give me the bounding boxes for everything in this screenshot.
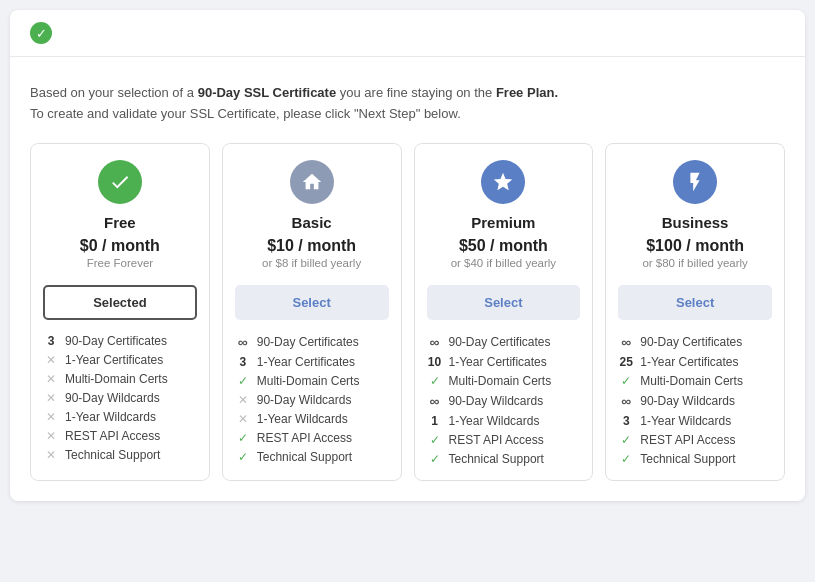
list-item: ✓Technical Support: [235, 450, 389, 464]
plan-name-premium: Premium: [471, 214, 535, 231]
feat-label: 1-Year Certificates: [449, 355, 547, 369]
list-item: ∞90-Day Certificates: [235, 334, 389, 350]
feat-label: 1-Year Certificates: [640, 355, 738, 369]
list-item: ✓Multi-Domain Certs: [235, 374, 389, 388]
list-item: ✕90-Day Wildcards: [43, 391, 197, 405]
plan-billing-basic: or $8 if billed yearly: [262, 257, 361, 273]
feat-icon-business-3: ∞: [618, 393, 634, 409]
feat-icon-business-4: 3: [618, 414, 634, 428]
feat-label: REST API Access: [65, 429, 160, 443]
feat-label: REST API Access: [640, 433, 735, 447]
feat-label: 1-Year Wildcards: [640, 414, 731, 428]
feat-label: Multi-Domain Certs: [449, 374, 552, 388]
list-item: ✕1-Year Certificates: [43, 353, 197, 367]
feat-label: 1-Year Certificates: [257, 355, 355, 369]
plan-features-basic: ∞90-Day Certificates31-Year Certificates…: [235, 334, 389, 464]
plan-button-business[interactable]: Select: [618, 285, 772, 320]
feat-label: 90-Day Wildcards: [640, 394, 735, 408]
plan-features-premium: ∞90-Day Certificates101-Year Certificate…: [427, 334, 581, 466]
feat-label: REST API Access: [257, 431, 352, 445]
list-item: ✓REST API Access: [427, 433, 581, 447]
feat-icon-free-5: ✕: [43, 429, 59, 443]
plan-card-premium: Premium$50 / monthor $40 if billed yearl…: [414, 143, 594, 481]
plan-button-free[interactable]: Selected: [43, 285, 197, 320]
plan-features-free: 390-Day Certificates✕1-Year Certificates…: [43, 334, 197, 462]
plan-name-business: Business: [662, 214, 729, 231]
feat-label: 90-Day Certificates: [65, 334, 167, 348]
finalize-section: Based on your selection of a 90-Day SSL …: [10, 57, 805, 125]
list-item: ✓Multi-Domain Certs: [427, 374, 581, 388]
feat-label: Multi-Domain Certs: [640, 374, 743, 388]
plan-card-business: Business$100 / monthor $80 if billed yea…: [605, 143, 785, 481]
feat-label: Technical Support: [65, 448, 160, 462]
plan-price-basic: $10 / month: [267, 237, 356, 255]
list-item: ✓Technical Support: [427, 452, 581, 466]
plan-button-basic[interactable]: Select: [235, 285, 389, 320]
plan-icon-business: [673, 160, 717, 204]
feat-label: 1-Year Wildcards: [257, 412, 348, 426]
list-item: 11-Year Wildcards: [427, 414, 581, 428]
list-item: ∞90-Day Certificates: [618, 334, 772, 350]
feat-icon-free-0: 3: [43, 334, 59, 348]
feat-icon-premium-6: ✓: [427, 452, 443, 466]
list-item: ∞90-Day Wildcards: [427, 393, 581, 409]
feat-label: REST API Access: [449, 433, 544, 447]
feat-icon-basic-3: ✕: [235, 393, 251, 407]
feat-icon-business-0: ∞: [618, 334, 634, 350]
feat-icon-basic-1: 3: [235, 355, 251, 369]
feat-icon-business-5: ✓: [618, 433, 634, 447]
list-item: ✕REST API Access: [43, 429, 197, 443]
list-item: ✕90-Day Wildcards: [235, 393, 389, 407]
feat-icon-business-2: ✓: [618, 374, 634, 388]
feat-icon-free-3: ✕: [43, 391, 59, 405]
plan-features-business: ∞90-Day Certificates251-Year Certificate…: [618, 334, 772, 466]
feat-label: 90-Day Certificates: [449, 335, 551, 349]
plan-billing-free: Free Forever: [87, 257, 153, 273]
feat-icon-premium-3: ∞: [427, 393, 443, 409]
list-item: ✓Technical Support: [618, 452, 772, 466]
list-item: 101-Year Certificates: [427, 355, 581, 369]
list-item: 31-Year Wildcards: [618, 414, 772, 428]
feat-icon-free-4: ✕: [43, 410, 59, 424]
list-item: ✓REST API Access: [618, 433, 772, 447]
feat-label: 90-Day Wildcards: [65, 391, 160, 405]
feat-icon-basic-2: ✓: [235, 374, 251, 388]
plan-billing-premium: or $40 if billed yearly: [451, 257, 556, 273]
csr-check-icon: ✓: [30, 22, 52, 44]
plan-icon-basic: [290, 160, 334, 204]
feat-icon-free-1: ✕: [43, 353, 59, 367]
feat-icon-free-6: ✕: [43, 448, 59, 462]
plan-price-free: $0 / month: [80, 237, 160, 255]
info-text: Based on your selection of a 90-Day SSL …: [30, 83, 785, 125]
list-item: ✕1-Year Wildcards: [43, 410, 197, 424]
list-item: ✕Technical Support: [43, 448, 197, 462]
feat-label: 1-Year Certificates: [65, 353, 163, 367]
feat-icon-basic-5: ✓: [235, 431, 251, 445]
feat-label: 90-Day Wildcards: [449, 394, 544, 408]
feat-icon-basic-0: ∞: [235, 334, 251, 350]
list-item: 31-Year Certificates: [235, 355, 389, 369]
feat-label: 90-Day Wildcards: [257, 393, 352, 407]
list-item: ✓REST API Access: [235, 431, 389, 445]
csr-header: ✓: [10, 10, 805, 57]
plan-price-business: $100 / month: [646, 237, 744, 255]
plan-card-free: Free$0 / monthFree ForeverSelected390-Da…: [30, 143, 210, 481]
feat-label: 90-Day Certificates: [257, 335, 359, 349]
feat-icon-premium-0: ∞: [427, 334, 443, 350]
feat-icon-premium-1: 10: [427, 355, 443, 369]
plan-name-free: Free: [104, 214, 136, 231]
list-item: ✓Multi-Domain Certs: [618, 374, 772, 388]
feat-label: 1-Year Wildcards: [449, 414, 540, 428]
feat-icon-business-6: ✓: [618, 452, 634, 466]
list-item: ∞90-Day Wildcards: [618, 393, 772, 409]
feat-label: Multi-Domain Certs: [257, 374, 360, 388]
feat-label: 1-Year Wildcards: [65, 410, 156, 424]
list-item: ∞90-Day Certificates: [427, 334, 581, 350]
list-item: ✕1-Year Wildcards: [235, 412, 389, 426]
list-item: 390-Day Certificates: [43, 334, 197, 348]
plan-button-premium[interactable]: Select: [427, 285, 581, 320]
feat-icon-basic-4: ✕: [235, 412, 251, 426]
feat-label: 90-Day Certificates: [640, 335, 742, 349]
plans-grid: Free$0 / monthFree ForeverSelected390-Da…: [10, 143, 805, 501]
feat-icon-basic-6: ✓: [235, 450, 251, 464]
